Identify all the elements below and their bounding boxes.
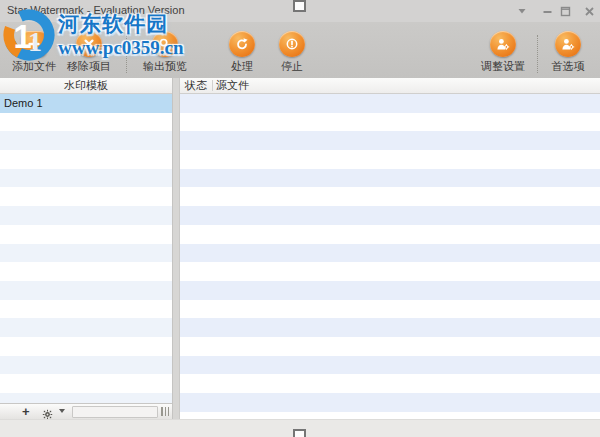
process-button[interactable]: 处理 xyxy=(218,31,266,74)
toolbar-separator xyxy=(126,35,127,73)
stop-button[interactable]: 停止 xyxy=(268,31,316,74)
template-list[interactable]: Demo 1 xyxy=(0,94,172,404)
window-controls xyxy=(514,0,597,22)
column-header-status[interactable]: 状态 xyxy=(180,78,212,93)
window-title: Star Watermark - Evaluation Version xyxy=(7,4,185,16)
close-icon[interactable] xyxy=(581,3,597,19)
toolbar-button-label: 停止 xyxy=(281,59,303,74)
file-panel-header: 状态 源文件 xyxy=(180,78,600,94)
toolbar-button-label: 调整设置 xyxy=(481,59,525,74)
adjust-settings-button[interactable]: 调整设置 xyxy=(472,31,534,74)
column-divider[interactable] xyxy=(212,80,213,91)
template-panel-header: 水印模板 xyxy=(0,78,172,94)
main-toolbar: 添加文件 移除项目 输出预览 处理 停止 调整设置 xyxy=(0,22,600,79)
template-panel-title: 水印模板 xyxy=(64,78,108,93)
list-item-selected[interactable]: Demo 1 xyxy=(0,94,172,113)
resize-handle-top[interactable] xyxy=(293,0,306,12)
preferences-button[interactable]: 首选项 xyxy=(542,31,594,74)
toolbar-button-label: 添加文件 xyxy=(12,59,56,74)
file-panel: 状态 源文件 xyxy=(180,78,600,420)
column-header-source-file[interactable]: 源文件 xyxy=(216,78,249,93)
minimize-icon[interactable] xyxy=(539,3,555,19)
adjust-settings-icon xyxy=(490,31,516,57)
toolbar-button-label: 移除项目 xyxy=(67,59,111,74)
toolbar-button-label: 首选项 xyxy=(552,59,585,74)
stop-icon xyxy=(279,31,305,57)
dropdown-arrow-icon[interactable] xyxy=(59,409,65,413)
plus-icon[interactable]: + xyxy=(22,404,30,419)
add-files-button[interactable]: 添加文件 xyxy=(6,31,62,74)
process-icon xyxy=(229,31,255,57)
toolbar-button-label: 输出预览 xyxy=(143,59,187,74)
file-list[interactable] xyxy=(180,94,600,420)
remove-item-icon xyxy=(76,31,102,57)
output-preview-button[interactable]: 输出预览 xyxy=(134,31,196,74)
template-toolbar: + xyxy=(0,403,172,420)
panel-splitter[interactable] xyxy=(172,78,180,420)
output-preview-icon xyxy=(152,31,178,57)
template-item-label: Demo 1 xyxy=(4,97,43,109)
preferences-icon xyxy=(555,31,581,57)
resize-grip-icon[interactable] xyxy=(161,407,169,416)
toolbar-separator xyxy=(537,35,538,73)
add-file-icon xyxy=(21,31,47,57)
toolbar-button-label: 处理 xyxy=(231,59,253,74)
maximize-icon[interactable] xyxy=(557,3,573,19)
template-toolbar-inset xyxy=(72,406,158,418)
remove-item-button[interactable]: 移除项目 xyxy=(62,31,116,74)
menu-arrow-icon[interactable] xyxy=(514,3,530,19)
template-panel: 水印模板 Demo 1 + xyxy=(0,78,172,420)
resize-handle-bottom[interactable] xyxy=(293,429,306,437)
